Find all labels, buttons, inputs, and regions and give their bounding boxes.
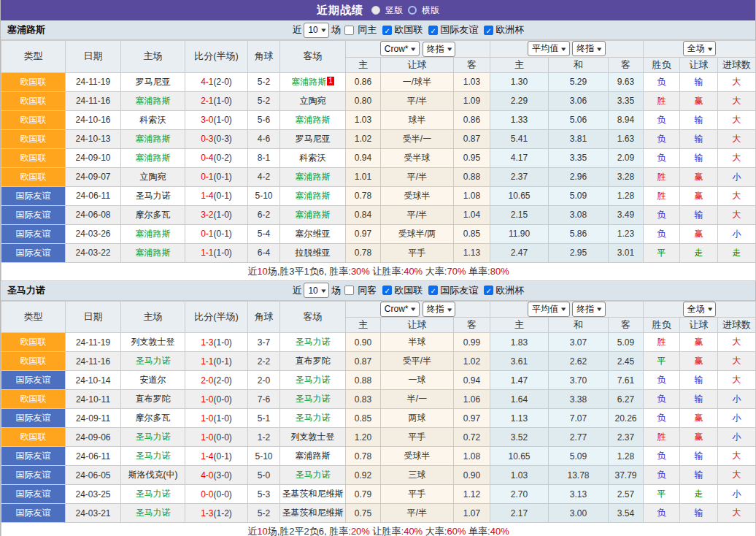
home-team: 塞浦路斯: [121, 91, 185, 110]
result-goals: 大: [718, 333, 756, 352]
avg-draw: 3.81: [549, 129, 609, 148]
same-away-label[interactable]: 同客: [358, 284, 377, 297]
match-row: 国际友谊24-06-11圣马力诺1-4(0-1)5-10塞浦路斯0.78受球半1…: [1, 447, 756, 466]
match-count-select[interactable]: 10▾: [304, 283, 329, 298]
same-away-checkbox[interactable]: [344, 286, 354, 295]
avg-select[interactable]: 平均值▾: [528, 302, 570, 317]
result-handicap: 输: [680, 110, 718, 129]
team-name: 圣马力诺: [7, 281, 45, 300]
avg-draw: 3.00: [549, 504, 609, 523]
layout-radio-vertical[interactable]: [371, 6, 380, 15]
result-goals: 大: [718, 129, 756, 148]
result-handicap: 赢: [680, 167, 718, 186]
league-checkbox-nations[interactable]: ✓: [382, 26, 392, 35]
odds-stage-select[interactable]: 终指▾: [423, 302, 456, 317]
odds-group-header: Crow*▾ 终指▾: [346, 301, 490, 318]
avg-home: 1.30: [490, 72, 549, 91]
scope-select[interactable]: 全场▾: [683, 41, 717, 56]
league-label-nations[interactable]: 欧国联: [394, 23, 423, 37]
section-header: 塞浦路斯 近 10▾ 场 同主 ✓ 欧国联 ✓ 国际友谊 ✓ 欧洲杯: [1, 20, 755, 40]
match-date: 24-10-11: [66, 390, 121, 409]
league-checkbox-friendly[interactable]: ✓: [428, 26, 438, 35]
avg-select[interactable]: 平均值▾: [528, 41, 570, 56]
avg-away: 1.63: [609, 129, 644, 148]
result-outcome: 负: [644, 148, 680, 167]
league-badge: 国际友谊: [1, 224, 66, 243]
avg-away: 3.28: [609, 167, 644, 186]
odds-home: 1.01: [346, 167, 381, 186]
col-corner: 角球: [248, 301, 280, 333]
odds-company-select[interactable]: Crow*▾: [380, 41, 420, 56]
chevron-down-icon: ▾: [447, 45, 452, 53]
chevron-down-icon: ▾: [447, 306, 452, 313]
match-row: 国际友谊24-06-08摩尔多瓦3-2(1-0)6-2塞浦路斯0.84平/半1.…: [1, 205, 756, 224]
result-outcome: 负: [644, 447, 680, 466]
odds-handicap: 受平/半: [381, 352, 454, 371]
odds-away: 1.09: [454, 91, 490, 110]
away-team: 直布罗陀: [280, 352, 346, 371]
scope-select[interactable]: 全场▾: [683, 302, 717, 317]
col-home: 主场: [121, 301, 185, 333]
league-checkbox-nations[interactable]: ✓: [382, 286, 392, 295]
avg-home: 2.47: [490, 243, 549, 262]
odds-stage-select[interactable]: 终指▾: [423, 42, 456, 57]
result-handicap: 赢: [680, 91, 718, 110]
result-goals: 小: [718, 224, 756, 243]
league-badge: 欧国联: [1, 129, 66, 148]
match-count-select[interactable]: 10▾: [304, 23, 329, 38]
result-goals: 小: [718, 428, 756, 447]
odds-home: 0.78: [346, 186, 381, 205]
odds-handicap: 受半球: [381, 148, 454, 167]
odds-handicap: 两球: [381, 409, 454, 428]
league-checkbox-friendly[interactable]: ✓: [428, 286, 438, 295]
result-handicap: 输: [680, 390, 718, 409]
league-checkbox-euro[interactable]: ✓: [484, 26, 493, 35]
odds-away: 1.12: [454, 485, 490, 504]
odds-handicap: 一/球半: [381, 72, 454, 91]
league-label-friendly[interactable]: 国际友谊: [440, 284, 478, 297]
odds-home: 0.97: [346, 224, 381, 243]
avg-home: 1.83: [490, 333, 549, 352]
avg-draw: 3.38: [549, 390, 609, 409]
result-goals: 小: [718, 485, 756, 504]
avg-draw: 2.77: [549, 428, 609, 447]
odds-away: 0.97: [454, 409, 490, 428]
avg-stage-select[interactable]: 终指▾: [572, 41, 606, 56]
odds-away: 0.86: [454, 110, 490, 129]
avg-away: 3.01: [609, 243, 644, 262]
result-outcome: 负: [644, 205, 680, 224]
corner-score: 6-2: [248, 205, 280, 224]
league-label-nations[interactable]: 欧国联: [394, 284, 423, 297]
score-cell: 2-1(1-0): [185, 91, 248, 110]
match-date: 24-11-16: [66, 352, 121, 371]
league-checkbox-euro[interactable]: ✓: [484, 286, 493, 295]
col-away: 客场: [280, 301, 346, 333]
same-home-label[interactable]: 同主: [358, 23, 377, 37]
away-team: 塞浦路斯: [280, 110, 346, 129]
col-type: 类型: [1, 41, 66, 73]
avg-away: 9.63: [609, 72, 644, 91]
away-team: 圣基茨和尼维斯: [280, 485, 346, 504]
layout-radio-vertical-label[interactable]: 竖版: [385, 4, 403, 17]
away-team: 圣马力诺: [280, 390, 346, 409]
league-label-euro[interactable]: 欧洲杯: [495, 284, 524, 297]
odds-company-select[interactable]: Crow*▾: [380, 302, 420, 317]
league-label-euro[interactable]: 欧洲杯: [495, 23, 524, 37]
match-date: 24-11-16: [66, 91, 121, 110]
layout-radio-horizontal[interactable]: [408, 6, 417, 15]
match-row: 欧国联24-09-07立陶宛0-1(0-1)4-2塞浦路斯1.01平/半0.88…: [1, 167, 756, 186]
match-date: 24-10-13: [66, 129, 121, 148]
odds-handicap: 平手: [381, 243, 454, 262]
match-row: 欧国联24-09-10塞浦路斯0-4(0-2)8-1科索沃0.94受半球0.95…: [1, 148, 756, 167]
match-date: 24-03-26: [66, 224, 121, 243]
col-odds-handicap: 让球: [381, 318, 454, 333]
col-corner: 角球: [248, 41, 280, 73]
league-label-friendly[interactable]: 国际友谊: [440, 23, 478, 37]
layout-radio-horizontal-label[interactable]: 横版: [422, 4, 439, 17]
odds-home: 0.79: [346, 485, 381, 504]
avg-stage-select[interactable]: 终指▾: [572, 302, 606, 317]
same-home-checkbox[interactable]: [344, 26, 354, 35]
odds-away: 0.87: [454, 129, 490, 148]
odds-home: 1.20: [346, 428, 381, 447]
result-goals: 小: [718, 390, 756, 409]
